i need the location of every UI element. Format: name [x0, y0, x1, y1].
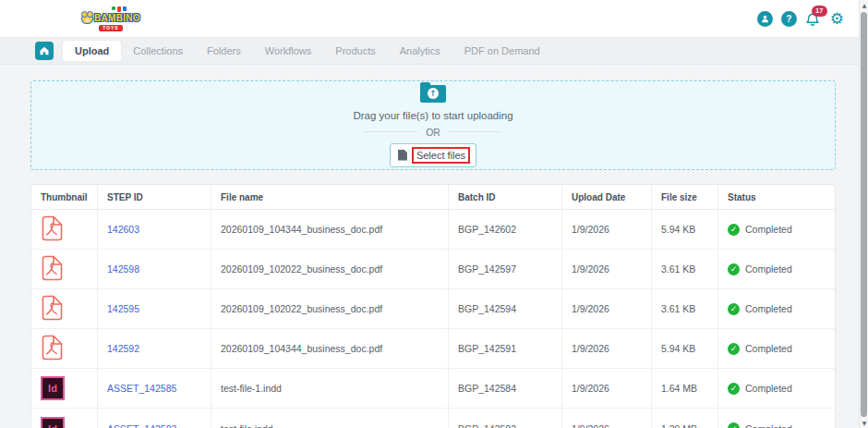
pdf-file-icon — [41, 295, 63, 321]
status-cell: ✓ Completed — [718, 250, 835, 288]
thumbnail-cell — [31, 210, 98, 249]
file-size-cell: 3.61 KB — [652, 250, 718, 288]
notifications-button[interactable]: 17 — [805, 12, 822, 31]
column-header: STEP ID — [98, 185, 211, 209]
thumbnail-cell: Id — [31, 369, 98, 408]
upload-dropzone[interactable]: ↑ Drag your file(s) to start uploading O… — [30, 80, 836, 170]
column-header: Status — [718, 185, 835, 209]
file-size-cell: 1.29 MB — [652, 409, 718, 428]
table-row: 142595 20260109_102022_business_doc.pdf … — [31, 289, 835, 329]
step-id-cell: 142598 — [98, 250, 211, 288]
status-cell: ✓ Completed — [718, 369, 835, 408]
check-icon: ✓ — [728, 383, 740, 395]
scroll-up-icon[interactable]: ▲ — [860, 2, 868, 8]
status-label: Completed — [745, 423, 792, 428]
upload-date-cell: 1/9/2026 — [562, 369, 652, 408]
tab-workflows[interactable]: Workflows — [253, 41, 324, 61]
table-row: Id ASSET_142585 test-file-1.indd BGP_142… — [31, 369, 835, 409]
brand-name: BAMBINO — [94, 14, 140, 23]
status-label: Completed — [745, 343, 792, 354]
user-icon[interactable] — [757, 11, 773, 27]
home-icon — [39, 45, 50, 56]
select-files-button[interactable]: Select files — [390, 143, 476, 167]
thumbnail-cell — [31, 289, 98, 328]
batch-id-cell: BGP_142597 — [449, 250, 562, 288]
scrollbar-thumb[interactable] — [861, 12, 867, 417]
column-header: Thumbnail — [31, 185, 98, 209]
column-header: Batch ID — [449, 185, 562, 209]
file-size-cell: 5.94 KB — [652, 210, 718, 249]
batch-id-cell: BGP_142602 — [449, 210, 562, 249]
upload-date-cell: 1/9/2026 — [562, 210, 652, 249]
step-id-link[interactable]: ASSET_142585 — [107, 383, 176, 394]
upload-date-cell: 1/9/2026 — [562, 409, 652, 428]
vertical-scrollbar[interactable]: ▲ ▼ — [859, 0, 868, 428]
status-cell: ✓ Completed — [718, 210, 835, 249]
status-label: Completed — [745, 263, 792, 275]
table-row: Id ASSET_142583 test-file.indd BGP_14258… — [31, 409, 835, 428]
step-id-link[interactable]: 142595 — [107, 303, 139, 314]
gear-icon[interactable]: ⚙ — [830, 11, 844, 27]
tab-upload[interactable]: Upload — [63, 41, 121, 61]
tab-folders[interactable]: Folders — [195, 41, 253, 61]
upload-date-cell: 1/9/2026 — [562, 289, 652, 328]
pdf-file-icon — [41, 255, 63, 281]
brand-logo[interactable]: BAMBINO TOYS — [81, 6, 140, 31]
step-id-link[interactable]: ASSET_142583 — [107, 423, 176, 428]
status-cell: ✓ Completed — [718, 289, 835, 328]
help-icon[interactable]: ? — [781, 11, 797, 27]
user-glyph — [760, 14, 770, 24]
header-actions: ? 17 ⚙ — [757, 0, 844, 38]
status-cell: ✓ Completed — [718, 409, 835, 428]
main-content: ↑ Drag your file(s) to start uploading O… — [0, 65, 868, 428]
logo-blocks-icon — [112, 6, 127, 12]
batch-id-cell: BGP_142582 — [449, 409, 562, 428]
check-icon: ✓ — [728, 343, 740, 355]
table-row: 142598 20260109_102022_business_doc.pdf … — [31, 250, 835, 289]
drag-instruction: Drag your file(s) to start uploading — [353, 110, 512, 121]
step-id-link[interactable]: 142592 — [107, 343, 139, 354]
batch-id-cell: BGP_142584 — [449, 369, 562, 408]
page: BAMBINO TOYS ? 17 ⚙ — [0, 0, 868, 428]
file-name-cell: 20260109_102022_business_doc.pdf — [211, 289, 449, 328]
file-name-cell: test-file-1.indd — [211, 369, 449, 408]
check-icon: ✓ — [728, 422, 740, 428]
step-id-cell: ASSET_142585 — [98, 369, 211, 408]
uploads-table: ThumbnailSTEP IDFile nameBatch IDUpload … — [30, 184, 836, 428]
thumbnail-cell — [31, 329, 98, 368]
select-files-label: Select files — [412, 147, 470, 164]
check-icon: ✓ — [728, 303, 740, 315]
file-size-cell: 3.61 KB — [652, 289, 718, 328]
brand-subtitle: TOYS — [99, 25, 123, 31]
tab-pdf-on-demand[interactable]: PDF on Demand — [452, 41, 552, 61]
step-id-link[interactable]: 142603 — [107, 224, 139, 235]
tab-products[interactable]: Products — [323, 41, 387, 61]
column-header: File name — [211, 185, 449, 209]
table-body: 142603 20260109_104344_business_doc.pdf … — [31, 210, 835, 428]
step-id-link[interactable]: 142598 — [107, 263, 139, 275]
file-size-cell: 5.94 KB — [652, 329, 718, 368]
tab-collections[interactable]: Collections — [121, 41, 195, 61]
home-button[interactable] — [35, 42, 54, 60]
batch-id-cell: BGP_142594 — [449, 289, 562, 328]
file-name-cell: 20260109_104344_business_doc.pdf — [211, 210, 449, 249]
indesign-file-icon: Id — [41, 376, 65, 400]
status-label: Completed — [745, 383, 792, 394]
status-label: Completed — [745, 224, 792, 235]
step-id-cell: ASSET_142583 — [98, 409, 211, 428]
notification-badge: 17 — [812, 6, 827, 17]
scroll-down-icon[interactable]: ▼ — [860, 420, 868, 426]
status-label: Completed — [745, 303, 792, 314]
app-header: BAMBINO TOYS ? 17 ⚙ — [0, 0, 868, 38]
upload-arrow-icon: ↑ — [428, 88, 439, 99]
status-cell: ✓ Completed — [718, 329, 835, 368]
check-icon: ✓ — [728, 224, 740, 236]
or-label: OR — [426, 127, 440, 138]
teddy-bear-icon — [81, 13, 93, 24]
tab-analytics[interactable]: Analytics — [388, 41, 452, 61]
folder-upload-icon: ↑ — [420, 85, 446, 103]
or-divider: OR — [365, 127, 501, 138]
batch-id-cell: BGP_142591 — [449, 329, 562, 368]
step-id-cell: 142603 — [98, 210, 211, 249]
main-nav: UploadCollectionsFoldersWorkflowsProduct… — [0, 38, 868, 65]
